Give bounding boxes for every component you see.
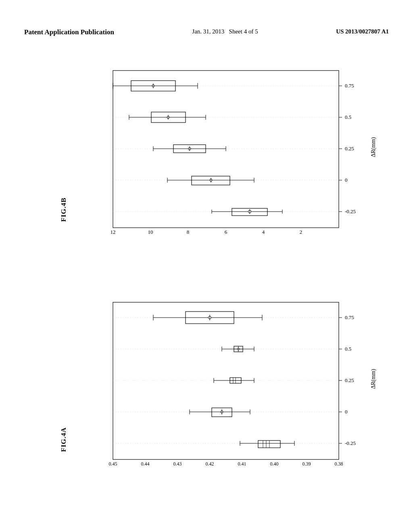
svg-text:0.40: 0.40 bbox=[270, 461, 279, 467]
svg-text:ΔR(mm): ΔR(mm) bbox=[370, 137, 377, 157]
fig4a-chart: ΔR(mm) 0.75 0.5 0.25 0 -0.25 0.45 0.44 0… bbox=[89, 294, 395, 488]
fig4a-label: FIG.4A bbox=[60, 427, 68, 452]
fig4b-container: ΔR(mm) 0.75 0.5 0.25 0 -0.25 12 10 8 6 4… bbox=[89, 62, 395, 256]
svg-text:8: 8 bbox=[187, 229, 190, 235]
header-right: US 2013/0027807 A1 bbox=[336, 28, 389, 35]
svg-text:0.41: 0.41 bbox=[238, 461, 246, 467]
svg-text:0: 0 bbox=[345, 409, 348, 415]
svg-text:0.43: 0.43 bbox=[173, 461, 182, 467]
svg-rect-63 bbox=[113, 302, 339, 459]
svg-text:10: 10 bbox=[148, 229, 153, 235]
svg-text:-0.25: -0.25 bbox=[345, 440, 356, 446]
fig4b-chart: ΔR(mm) 0.75 0.5 0.25 0 -0.25 12 10 8 6 4… bbox=[89, 62, 395, 256]
svg-text:0.45: 0.45 bbox=[109, 461, 117, 467]
svg-text:0.25: 0.25 bbox=[345, 377, 354, 383]
svg-text:0: 0 bbox=[345, 177, 348, 183]
header-left: Patent Application Publication bbox=[24, 28, 114, 36]
svg-text:0.75: 0.75 bbox=[345, 83, 354, 89]
fig4a-container: ΔR(mm) 0.75 0.5 0.25 0 -0.25 0.45 0.44 0… bbox=[89, 294, 395, 488]
svg-text:0.5: 0.5 bbox=[345, 346, 351, 352]
svg-text:0.75: 0.75 bbox=[345, 314, 354, 320]
svg-text:0.38: 0.38 bbox=[335, 461, 343, 467]
svg-text:0.39: 0.39 bbox=[302, 461, 311, 467]
svg-text:0.25: 0.25 bbox=[345, 145, 354, 152]
fig4b-label: FIG.4B bbox=[60, 197, 68, 222]
svg-text:0.44: 0.44 bbox=[141, 461, 150, 467]
svg-text:0.5: 0.5 bbox=[345, 114, 351, 120]
header-center: Jan. 31, 2013 Sheet 4 of 5 bbox=[192, 28, 258, 35]
svg-text:4: 4 bbox=[262, 229, 265, 235]
svg-text:-0.25: -0.25 bbox=[345, 208, 356, 214]
svg-rect-120 bbox=[258, 441, 280, 448]
svg-text:ΔR(mm): ΔR(mm) bbox=[370, 369, 377, 389]
page-header: Patent Application Publication Jan. 31, … bbox=[0, 28, 413, 36]
svg-text:12: 12 bbox=[111, 229, 116, 235]
svg-text:6: 6 bbox=[225, 229, 227, 235]
svg-text:0.42: 0.42 bbox=[206, 461, 214, 467]
svg-text:2: 2 bbox=[300, 229, 302, 235]
